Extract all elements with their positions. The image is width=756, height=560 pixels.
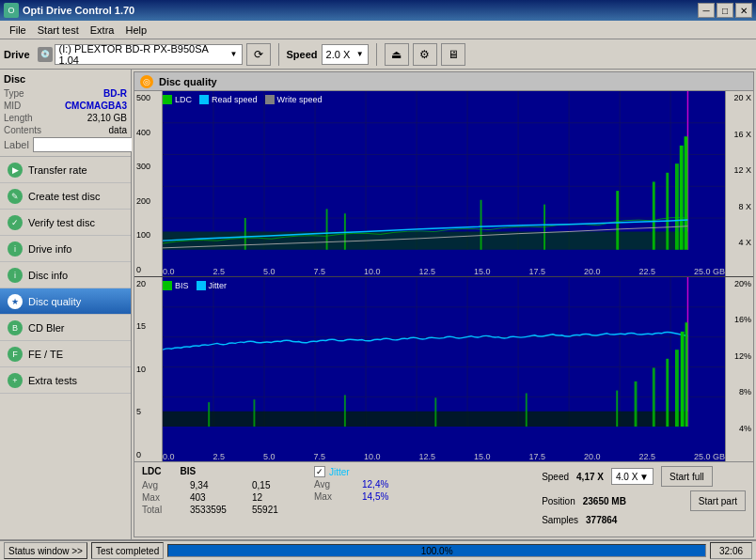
titlebar-left: O Opti Drive Control 1.70 bbox=[4, 3, 134, 18]
status-text-panel: Test completed bbox=[91, 542, 164, 559]
y-top-right-12x: 12 X bbox=[728, 165, 751, 175]
ldc-color bbox=[163, 95, 172, 104]
minimize-button[interactable]: ─ bbox=[698, 3, 715, 18]
titlebar-buttons: ─ □ ✕ bbox=[698, 3, 752, 18]
menu-file[interactable]: File bbox=[4, 23, 32, 38]
max-label: Max bbox=[142, 492, 175, 503]
top-chart-legend: LDC Read speed Write speed bbox=[163, 95, 322, 104]
legend-bis: BIS bbox=[163, 281, 189, 290]
x-15: 15.0 bbox=[474, 267, 491, 276]
sidebar-item-disc-quality[interactable]: ★ Disc quality bbox=[0, 288, 131, 315]
time-panel: 32:06 bbox=[710, 542, 752, 559]
sidebar-item-disc-info[interactable]: i Disc info bbox=[0, 262, 131, 288]
legend-readspeed-label: Read speed bbox=[212, 95, 258, 104]
bx-20: 20.0 bbox=[584, 452, 601, 461]
bx-5: 5.0 bbox=[263, 452, 276, 461]
position-row: Position 23650 MB Start part bbox=[542, 490, 746, 511]
total-ldc: 3533595 bbox=[190, 505, 237, 515]
sidebar-item-extra-tests[interactable]: + Extra tests bbox=[0, 367, 131, 394]
maximize-button[interactable]: □ bbox=[717, 3, 733, 18]
disc-key-length: Length bbox=[4, 113, 33, 123]
extra-tests-icon: + bbox=[8, 373, 23, 388]
stats-row-avg: Avg 9,34 0,15 bbox=[142, 480, 299, 490]
y-bot-right-20: 20% bbox=[728, 279, 751, 288]
nav-label-verify-test: Verify test disc bbox=[28, 217, 95, 228]
y-top-300: 300 bbox=[136, 162, 160, 171]
svg-rect-18 bbox=[344, 213, 346, 250]
menu-extra[interactable]: Extra bbox=[85, 23, 120, 38]
drive-combo-arrow: ▼ bbox=[230, 50, 238, 58]
bottom-y-axis-left: 20 15 10 5 0 bbox=[134, 277, 163, 462]
x-10: 10.0 bbox=[364, 267, 381, 276]
jitter-avg-label: Avg bbox=[314, 479, 347, 490]
total-label: Total bbox=[142, 505, 175, 515]
settings-button[interactable]: ⚙ bbox=[413, 43, 437, 66]
top-chart-svg bbox=[163, 91, 725, 250]
sidebar-item-create-test-disc[interactable]: ✎ Create test disc bbox=[0, 183, 131, 210]
chart-title: Disc quality bbox=[159, 76, 217, 87]
jitter-checkbox[interactable]: ✓ bbox=[314, 466, 325, 477]
speed-section: Speed 4,17 X 4.0 X ▼ Start full Position… bbox=[542, 466, 746, 525]
y-bot-0: 0 bbox=[136, 450, 160, 459]
disc-info-icon: i bbox=[8, 268, 23, 283]
svg-rect-54 bbox=[685, 322, 688, 427]
eject-button[interactable]: ⏏ bbox=[385, 43, 409, 66]
bottom-chart-svg bbox=[163, 277, 725, 427]
close-button[interactable]: ✕ bbox=[735, 3, 752, 18]
avg-bis: 0,15 bbox=[252, 480, 299, 490]
disc-panel: Disc Type BD-R MID CMCMAGBA3 Length 23,1… bbox=[0, 70, 131, 157]
nav-items: ▶ Transfer rate ✎ Create test disc ✓ Ver… bbox=[0, 157, 131, 394]
jitter-section: ✓ Jitter Avg 12,4% Max 14,5% bbox=[314, 466, 409, 502]
start-full-button[interactable]: Start full bbox=[661, 466, 713, 487]
monitor-button[interactable]: 🖥 bbox=[441, 43, 465, 66]
bis-color bbox=[163, 281, 172, 290]
chart-title-bar: ◎ Disc quality bbox=[134, 72, 753, 91]
menu-help[interactable]: Help bbox=[119, 23, 152, 38]
nav-label-disc-info: Disc info bbox=[28, 270, 68, 281]
menubar: File Start test Extra Help bbox=[0, 21, 756, 39]
x-2_5: 2.5 bbox=[213, 267, 225, 276]
toolbar-separator-1 bbox=[278, 43, 279, 66]
y-bot-5: 5 bbox=[136, 407, 160, 416]
svg-rect-46 bbox=[434, 397, 436, 427]
nav-label-transfer-rate: Transfer rate bbox=[28, 164, 87, 176]
bx-17_5: 17.5 bbox=[528, 452, 545, 461]
speed-val: 4,17 X bbox=[576, 472, 604, 482]
start-part-button[interactable]: Start part bbox=[690, 490, 746, 511]
top-x-axis: 0.0 2.5 5.0 7.5 10.0 12.5 15.0 17.5 20.0… bbox=[163, 267, 725, 276]
x-17_5: 17.5 bbox=[528, 267, 545, 276]
sidebar-item-transfer-rate[interactable]: ▶ Transfer rate bbox=[0, 157, 131, 183]
sidebar-item-cd-bler[interactable]: B CD Bler bbox=[0, 315, 131, 341]
sidebar-item-verify-test-disc[interactable]: ✓ Verify test disc bbox=[0, 210, 131, 236]
chart-icon: ◎ bbox=[140, 75, 153, 88]
y-bot-right-4: 4% bbox=[728, 424, 751, 433]
menu-starttest[interactable]: Start test bbox=[32, 23, 85, 38]
top-y-axis-right: 20 X 16 X 12 X 8 X 4 X bbox=[725, 91, 753, 276]
status-window-button[interactable]: Status window >> bbox=[4, 542, 87, 559]
x-12_5: 12.5 bbox=[418, 267, 435, 276]
y-top-200: 200 bbox=[136, 196, 160, 206]
bx-22_5: 22.5 bbox=[638, 452, 655, 461]
speed-combo[interactable]: 2.0 X ▼ bbox=[322, 44, 369, 65]
drive-combo[interactable]: (I:) PLEXTOR BD-R PX-B950SA 1.04 ▼ bbox=[55, 44, 243, 65]
ldc-header: LDC bbox=[142, 466, 162, 476]
sidebar-item-drive-info[interactable]: i Drive info bbox=[0, 236, 131, 262]
legend-ldc: LDC bbox=[163, 95, 192, 104]
svg-rect-52 bbox=[675, 350, 679, 427]
disc-key-contents: Contents bbox=[4, 125, 41, 135]
ldc-bis-stats: LDC BIS Avg 9,34 0,15 Max 403 12 bbox=[142, 466, 299, 515]
nav-label-create-test: Create test disc bbox=[28, 191, 100, 202]
bottom-chart-legend: BIS Jitter bbox=[163, 281, 227, 290]
y-top-right-8x: 8 X bbox=[728, 202, 751, 211]
app-icon: O bbox=[4, 3, 19, 18]
disc-key-type: Type bbox=[4, 88, 24, 99]
speed-combo-value: 2.0 X bbox=[326, 49, 351, 60]
sidebar-item-fe-te[interactable]: F FE / TE bbox=[0, 341, 131, 367]
legend-bis-label: BIS bbox=[175, 281, 189, 290]
drive-refresh-button[interactable]: ⟳ bbox=[246, 43, 271, 66]
speed-combo2[interactable]: 4.0 X ▼ bbox=[611, 468, 654, 485]
cd-bler-icon: B bbox=[8, 320, 23, 335]
jitter-color bbox=[197, 281, 206, 290]
max-bis: 12 bbox=[252, 492, 299, 503]
svg-rect-44 bbox=[253, 399, 255, 427]
